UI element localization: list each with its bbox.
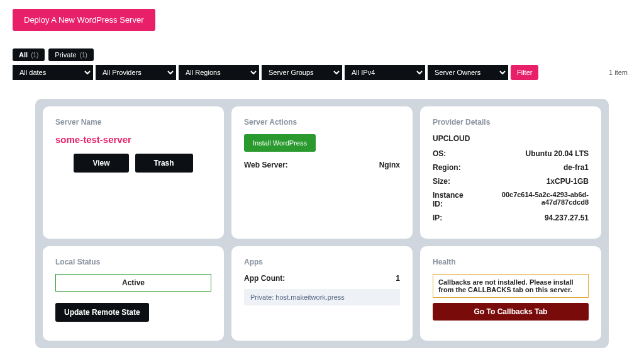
card-heading: Local Status: [55, 258, 211, 266]
install-wordpress-button[interactable]: Install WordPress: [244, 134, 316, 152]
view-tabs: All (1) Private (1): [13, 48, 631, 61]
view-button[interactable]: View: [74, 154, 128, 173]
card-health: Health Callbacks are not installed. Plea…: [420, 246, 601, 341]
go-to-callbacks-button[interactable]: Go To Callbacks Tab: [433, 303, 589, 321]
card-heading: Apps: [244, 258, 400, 266]
tab-private-count: (1): [80, 52, 87, 59]
card-provider-details: Provider Details UPCLOUD OS:Ubuntu 20.04…: [420, 106, 601, 239]
os-label: OS:: [433, 149, 446, 158]
provider-name: UPCLOUD: [433, 134, 589, 143]
filter-server-owners[interactable]: Server Owners: [428, 65, 508, 80]
card-heading: Provider Details: [433, 118, 589, 127]
region-value: de-fra1: [564, 163, 589, 172]
app-count-label: App Count:: [244, 274, 285, 283]
filter-dates[interactable]: All dates: [13, 65, 93, 80]
card-server-actions: Server Actions Install WordPress Web Ser…: [231, 106, 413, 239]
filters-bar: All dates All Providers All Regions Serv…: [13, 65, 631, 80]
server-board: Server Name some-test-server View Trash …: [35, 99, 609, 348]
status-badge: Active: [55, 274, 211, 292]
tab-all-label: All: [19, 51, 28, 59]
update-remote-state-button[interactable]: Update Remote State: [55, 303, 149, 322]
web-server-label: Web Server:: [244, 161, 288, 169]
health-warning: Callbacks are not installed. Please inst…: [433, 274, 589, 298]
card-apps: Apps App Count: 1 Private: host.makeitwo…: [231, 246, 413, 341]
instance-id-label: Instance ID:: [433, 191, 470, 208]
deploy-new-server-button[interactable]: Deploy A New WordPress Server: [13, 9, 155, 31]
trash-button[interactable]: Trash: [135, 154, 193, 173]
tab-private[interactable]: Private (1): [48, 48, 94, 61]
tab-all-count: (1): [31, 52, 38, 59]
ip-value: 94.237.27.51: [545, 213, 589, 222]
items-count-top: 1 item: [609, 69, 631, 76]
card-local-status: Local Status Active Update Remote State: [43, 246, 224, 341]
tab-all[interactable]: All (1): [13, 48, 45, 61]
filter-ipv4[interactable]: All IPv4: [345, 65, 425, 80]
os-value: Ubuntu 20.04 LTS: [526, 149, 589, 158]
app-count-value: 1: [396, 274, 400, 283]
tab-private-label: Private: [55, 51, 76, 59]
server-title: some-test-server: [55, 134, 211, 145]
region-label: Region:: [433, 163, 461, 172]
size-label: Size:: [433, 177, 450, 186]
filter-providers[interactable]: All Providers: [96, 65, 176, 80]
instance-id-value: 00c7c614-5a2c-4293-ab6d-a47d787cdcd8: [470, 191, 589, 208]
card-heading: Health: [433, 258, 589, 266]
ip-label: IP:: [433, 213, 442, 222]
card-heading: Server Actions: [244, 118, 400, 127]
filter-regions[interactable]: All Regions: [179, 65, 259, 80]
web-server-value: Nginx: [379, 161, 400, 169]
filter-server-groups[interactable]: Server Groups: [262, 65, 342, 80]
card-server-name: Server Name some-test-server View Trash: [43, 106, 224, 239]
filter-button[interactable]: Filter: [511, 65, 538, 80]
card-heading: Server Name: [55, 118, 211, 127]
app-list-item[interactable]: Private: host.makeitwork.press: [244, 289, 400, 305]
size-value: 1xCPU-1GB: [547, 177, 589, 186]
